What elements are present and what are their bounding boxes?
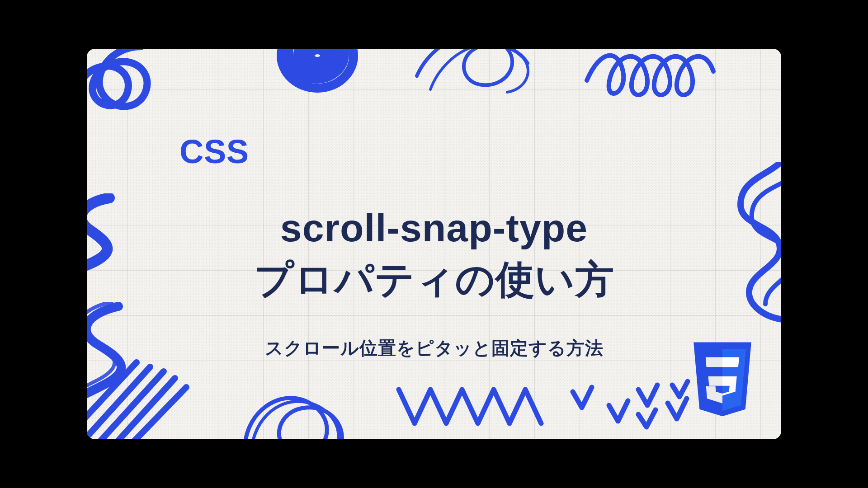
main-title: scroll-snap-type プロパティの使い方 [254,202,614,305]
title-line-2: プロパティの使い方 [254,254,614,305]
subtitle-text: スクロール位置をピタッと固定する方法 [265,336,604,361]
title-line-1: scroll-snap-type [254,202,614,254]
content-area: CSS scroll-snap-type プロパティの使い方 スクロール位置をピ… [87,49,781,439]
kicker-label: CSS [179,132,249,171]
slide-card: CSS scroll-snap-type プロパティの使い方 スクロール位置をピ… [87,49,781,439]
